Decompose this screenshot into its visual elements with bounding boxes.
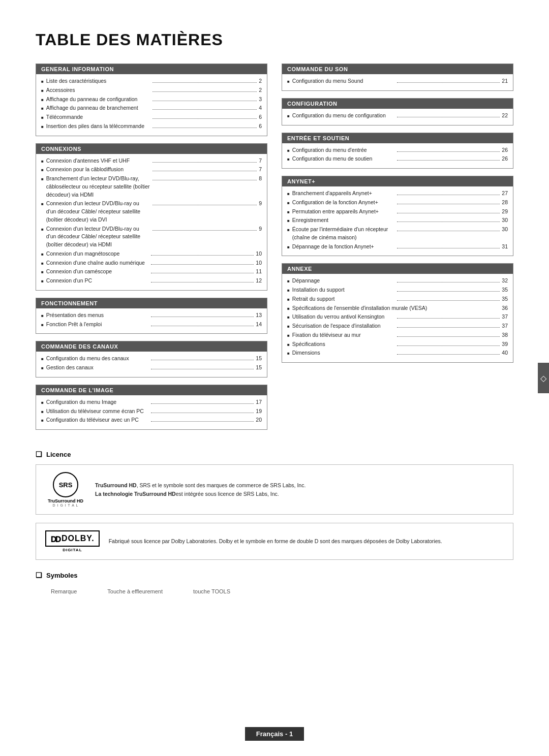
- toc-dots: [397, 282, 500, 282]
- toc-dots: [397, 117, 500, 117]
- toc-dots: [397, 204, 500, 204]
- toc-page-number: 15: [256, 364, 262, 372]
- toc-item: Dépannage de la fonction Anynet+31: [287, 243, 508, 251]
- toc-item: Connexion pour la câblodiffusion7: [41, 166, 262, 174]
- toc-page-number: 30: [502, 226, 508, 234]
- toc-page-number: 6: [259, 122, 262, 131]
- toc-item-text: Connexion d'un lecteur DVD/Blu-ray ou d'…: [46, 200, 150, 224]
- toc-dots: [397, 195, 500, 195]
- toc-item-text: Connexion d'un PC: [46, 277, 149, 285]
- toc-section: GENERAL INFORMATIONListe des caractérist…: [36, 64, 267, 136]
- toc-item: Configuration du menu Sound21: [287, 77, 508, 85]
- toc-dots: [397, 300, 500, 301]
- srs-license-text: TruSurround HD, SRS et le symbole sont d…: [95, 481, 306, 498]
- toc-item: Insertion des piles dans la télécommande…: [41, 122, 262, 131]
- toc-dots: [152, 162, 257, 163]
- toc-page-number: 27: [502, 190, 508, 198]
- toc-item-text: Affichage du panneau de branchement: [46, 104, 150, 112]
- srs-bold-2: La technologie TruSurround HD: [95, 491, 176, 497]
- toc-item: Connexion d'un PC12: [41, 277, 262, 285]
- toc-page-number: 8: [259, 175, 262, 183]
- toc-page-number: 20: [256, 416, 262, 424]
- toc-section-header: ANNEXE: [282, 264, 513, 274]
- toc-item: Affichage du panneau de configuration3: [41, 96, 262, 104]
- toc-item-text: Enregistrement: [292, 216, 395, 225]
- toc-item-text: Connexion d'une chaîne audio numérique: [46, 259, 149, 267]
- toc-section: COMMANDE DU SONConfiguration du menu Sou…: [282, 64, 513, 91]
- symbols-section: Symboles RemarqueTouche à effleurementto…: [36, 571, 513, 594]
- toc-item-text: Affichage du panneau de configuration: [46, 96, 150, 104]
- toc-dots: [151, 255, 254, 256]
- toc-dots: [397, 345, 500, 346]
- toc-item-text: Configuration du menu des canaux: [46, 355, 149, 363]
- toc-item-text: Fixation du téléviseur au mur: [292, 331, 395, 339]
- toc-item: Connexion d'un caméscope11: [41, 268, 262, 276]
- toc-section-body: Configuration du menu d'entrée26Configur…: [282, 143, 513, 169]
- toc-item: Enregistrement30: [287, 216, 508, 225]
- srs-license-box: SRS TruSurround HD D I G I T A L TruSurr…: [36, 464, 513, 515]
- srs-text-inner: SRS: [59, 481, 73, 489]
- toc-page-number: 31: [502, 243, 508, 251]
- toc-item: Installation du support35: [287, 286, 508, 294]
- toc-dots: [152, 180, 257, 180]
- toc-dots: [151, 282, 254, 282]
- toc-page-number: 21: [502, 77, 508, 85]
- toc-item: Connexion d'un magnétoscope10: [41, 250, 262, 258]
- symbol-item: Touche à effleurement: [107, 588, 163, 594]
- dolby-logo: ᴅᴅ DOLBY. DIGITAL: [45, 530, 100, 552]
- toc-item-text: Dépannage de la fonction Anynet+: [292, 243, 395, 251]
- toc-dots: [152, 128, 257, 128]
- toc-section-body: Connexion d'antennes VHF et UHF7Connexio…: [36, 154, 267, 290]
- toc-left-column: GENERAL INFORMATIONListe des caractérist…: [36, 64, 267, 430]
- toc-item-text: Branchement d'appareils Anynet+: [292, 190, 395, 198]
- toc-dots: [152, 82, 257, 83]
- toc-item: Branchement d'appareils Anynet+27: [287, 190, 508, 198]
- toc-dots: [152, 101, 257, 101]
- toc-page-number: 2: [259, 77, 262, 85]
- toc-section-header: COMMANDE DU SON: [282, 64, 513, 74]
- toc-page-number: 10: [256, 250, 262, 258]
- toc-section-header: COMMANDE DE L'IMAGE: [36, 385, 267, 395]
- symbol-item: Remarque: [51, 588, 77, 594]
- toc-dots: [152, 109, 257, 110]
- toc-section-body: Liste des caractéristiques2Accessoires2A…: [36, 74, 267, 136]
- toc-dots: [152, 171, 257, 171]
- toc-dots: [397, 213, 500, 213]
- toc-item: Dépannage32: [287, 277, 508, 285]
- toc-item: Présentation des menus13: [41, 311, 262, 320]
- toc-dots: [397, 248, 500, 248]
- toc-dots: [151, 421, 254, 422]
- toc-page-number: 26: [502, 146, 508, 154]
- toc-dots: [152, 230, 257, 231]
- toc-section: COMMANDE DES CANAUXConfiguration du menu…: [36, 341, 267, 377]
- toc-page-number: 32: [502, 277, 508, 285]
- toc-item: Spécifications39: [287, 340, 508, 349]
- toc-item: Accessoires2: [41, 86, 262, 94]
- toc-item-text: Configuration de la fonction Anynet+: [292, 199, 395, 207]
- toc-dots: [151, 369, 254, 369]
- dolby-mark-icon: ᴅᴅ DOLBY.: [45, 530, 100, 547]
- toc-item: Fixation du téléviseur au mur38: [287, 331, 508, 339]
- toc-dots: [151, 273, 254, 273]
- page-number: Français - 1: [245, 727, 304, 741]
- toc-dots: [151, 360, 254, 360]
- toc-item: Branchement d'un lecteur DVD/Blu-ray, câ…: [41, 175, 262, 199]
- toc-section-body: Branchement d'appareils Anynet+27Configu…: [282, 186, 513, 256]
- toc-page-number: 11: [256, 268, 262, 276]
- toc-item-text: Accessoires: [46, 86, 150, 94]
- toc-item-text: Connexion d'un caméscope: [46, 268, 149, 276]
- toc-section-header: ANYNET+: [282, 176, 513, 186]
- toc-section-header: FONCTIONNEMENT: [36, 298, 267, 308]
- toc-page-number: 29: [502, 208, 508, 216]
- toc-page-number: 9: [259, 225, 262, 233]
- toc-item-text: Retrait du support: [292, 295, 395, 303]
- toc-item-text: Installation du support: [292, 286, 395, 294]
- toc-item: Configuration du menu Image17: [41, 398, 262, 406]
- toc-section: ANNEXEDépannage32Installation du support…: [282, 263, 513, 363]
- dolby-license-box: ᴅᴅ DOLBY. DIGITAL Fabriqué sous licence …: [36, 523, 513, 560]
- toc-item: Permutation entre appareils Anynet+29: [287, 208, 508, 216]
- toc-dots: [151, 403, 254, 404]
- toc-section-header: ENTRÉE ET SOUTIEN: [282, 133, 513, 143]
- toc-item-text: Spécifications de l'ensemble d'installat…: [292, 304, 502, 312]
- toc-item: Fonction Prêt à l'emploi14: [41, 321, 262, 329]
